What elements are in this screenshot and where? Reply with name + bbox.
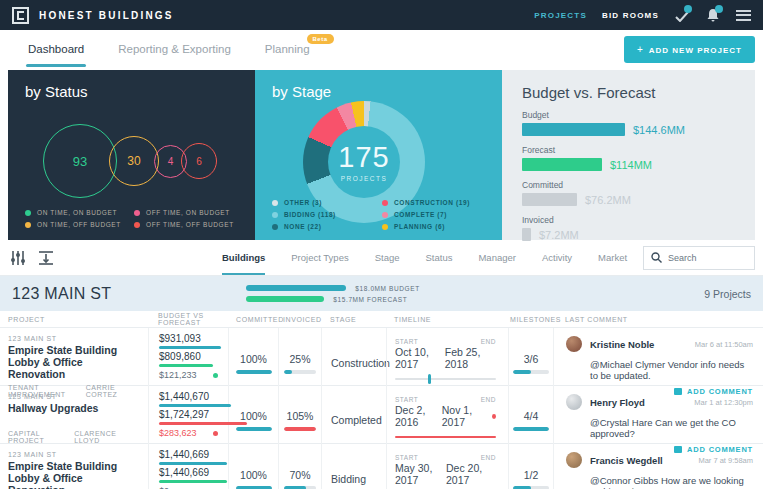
legend-item: CONSTRUCTION (19) bbox=[382, 199, 492, 206]
start-label: START bbox=[395, 396, 418, 403]
budget-vs-forecast-title: Budget vs. Forecast bbox=[522, 84, 735, 101]
sub-navigation: Dashboard Reporting & Exporting Planning… bbox=[0, 30, 763, 68]
bubble-off-time-off-budget[interactable]: 6 bbox=[181, 143, 217, 179]
avatar bbox=[566, 452, 582, 468]
col-timeline: TIMELINE bbox=[386, 316, 508, 323]
summary-panels: by Status 93 30 4 6 ON TIME, ON BUDGET O… bbox=[8, 70, 755, 240]
search-input[interactable] bbox=[668, 253, 748, 263]
project-row: 123 MAIN ST Hallway Upgrades CAPITAL PRO… bbox=[0, 386, 763, 444]
start-date: May 30, 2017 bbox=[395, 462, 446, 486]
milestones-bar bbox=[513, 370, 531, 374]
comment-timestamp: Mar 1 at 12:30pm bbox=[694, 398, 753, 407]
search-icon bbox=[651, 249, 662, 267]
tab-reporting-exporting[interactable]: Reporting & Exporting bbox=[118, 32, 231, 66]
top-navbar: HONEST BUILDINGS PROJECTS BID ROOMS bbox=[0, 0, 763, 30]
row-building: 123 MAIN ST bbox=[8, 335, 140, 342]
sliders-filter-icon[interactable] bbox=[10, 250, 26, 266]
forecast-mini-bar bbox=[159, 422, 247, 425]
budget-amount: $1,440,669 bbox=[159, 450, 218, 460]
committed-value: $76.2MM bbox=[585, 194, 631, 206]
project-manager: CLARENCE LLOYD bbox=[74, 430, 140, 444]
end-label: END bbox=[481, 338, 496, 345]
legend-dot bbox=[134, 222, 140, 228]
project-name-link[interactable]: Hallway Upgrades bbox=[8, 402, 140, 414]
comment-author[interactable]: Henry Floyd bbox=[590, 397, 645, 408]
check-tasks-icon[interactable] bbox=[674, 8, 690, 22]
honest-buildings-logo[interactable] bbox=[12, 7, 29, 24]
milestones-value: 4/4 bbox=[524, 410, 539, 422]
legend-item: OTHER (3) bbox=[272, 199, 382, 206]
tab-buildings[interactable]: Buildings bbox=[222, 240, 265, 275]
avatar bbox=[566, 394, 582, 410]
end-label: END bbox=[481, 396, 496, 403]
project-row: 123 MAIN ST Empire State Building Lobby … bbox=[0, 328, 763, 386]
comment-timestamp: Mar 7 at 9:58am bbox=[698, 456, 753, 465]
project-name-link[interactable]: Empire State Building Lobby & Office Ren… bbox=[8, 344, 140, 380]
invoiced-bar bbox=[522, 228, 531, 241]
building-budget-label: $18.0MM BUDGET bbox=[355, 285, 419, 292]
project-name-link[interactable]: Empire State Building Lobby & Office Ren… bbox=[8, 460, 140, 489]
tab-stage[interactable]: Stage bbox=[375, 240, 400, 275]
milestones-bar bbox=[513, 427, 549, 431]
budget-amount: $931,093 bbox=[159, 334, 218, 344]
total-projects-label: PROJECTS bbox=[341, 175, 388, 182]
plus-icon: + bbox=[637, 44, 644, 55]
sort-icon[interactable] bbox=[38, 250, 54, 266]
invoiced-bar bbox=[284, 370, 292, 374]
col-stage: STAGE bbox=[321, 316, 386, 323]
project-row: 123 MAIN ST Empire State Building Lobby … bbox=[0, 444, 763, 489]
legend-item: ON TIME, OFF BUDGET bbox=[25, 221, 134, 228]
menu-icon[interactable] bbox=[736, 10, 751, 21]
timeline-track bbox=[395, 436, 496, 438]
building-title[interactable]: 123 MAIN ST bbox=[12, 285, 111, 303]
comment-author[interactable]: Kristine Noble bbox=[590, 339, 654, 350]
budget-vs-forecast-panel: Budget vs. Forecast Budget $144.6MM Fore… bbox=[502, 70, 755, 240]
tab-project-types[interactable]: Project Types bbox=[291, 240, 348, 275]
tab-market[interactable]: Market bbox=[598, 240, 627, 275]
project-type: CAPITAL PROJECT bbox=[8, 430, 74, 444]
end-date: Feb 25, 2018 bbox=[445, 346, 496, 370]
end-date: Nov 1, 2017 bbox=[442, 404, 488, 428]
tab-dashboard[interactable]: Dashboard bbox=[28, 32, 84, 66]
bell-icon[interactable] bbox=[705, 8, 721, 22]
row-building: 123 MAIN ST bbox=[8, 451, 140, 458]
nav-projects[interactable]: PROJECTS bbox=[534, 11, 587, 20]
budget-bar bbox=[522, 123, 625, 136]
forecast-amount: $809,860 bbox=[159, 352, 218, 362]
milestones-value: 1/2 bbox=[524, 469, 539, 481]
committed-bar bbox=[236, 370, 272, 374]
search-box[interactable] bbox=[643, 246, 755, 270]
forecast-mini-bar bbox=[159, 480, 227, 483]
forecast-bar-label: Forecast bbox=[522, 145, 735, 155]
add-new-project-label: ADD NEW PROJECT bbox=[649, 46, 742, 55]
avatar bbox=[566, 336, 582, 352]
beta-badge: Beta bbox=[307, 34, 334, 44]
invoiced-bar bbox=[284, 427, 316, 431]
tab-planning[interactable]: Planning Beta bbox=[265, 32, 310, 66]
end-label: END bbox=[481, 454, 496, 461]
nav-bid-rooms[interactable]: BID ROOMS bbox=[602, 11, 659, 20]
forecast-amount: $1,440,669 bbox=[159, 468, 218, 478]
comment-author[interactable]: Francis Wegdell bbox=[590, 455, 663, 466]
variance-amount: $121,233 bbox=[159, 370, 197, 380]
col-project: PROJECT bbox=[0, 316, 148, 323]
legend-dot bbox=[25, 222, 31, 228]
legend-item: OFF TIME, OFF BUDGET bbox=[134, 221, 243, 228]
bubble-on-time-off-budget[interactable]: 30 bbox=[109, 136, 159, 186]
legend-item: COMPLETE (7) bbox=[382, 211, 492, 218]
budget-value: $144.6MM bbox=[633, 124, 685, 136]
by-status-title: by Status bbox=[25, 83, 238, 100]
comment-timestamp: Mar 6 at 11:50am bbox=[695, 340, 753, 349]
tab-activity[interactable]: Activity bbox=[542, 240, 572, 275]
timeline-marker bbox=[428, 374, 431, 384]
bubble-on-time-on-budget[interactable]: 93 bbox=[43, 124, 117, 198]
tab-status[interactable]: Status bbox=[426, 240, 453, 275]
add-new-project-button[interactable]: +ADD NEW PROJECT bbox=[624, 36, 755, 63]
legend-item: PLANNING (6) bbox=[382, 223, 492, 230]
tab-manager[interactable]: Manager bbox=[478, 240, 516, 275]
stage-value: Bidding bbox=[321, 444, 386, 489]
legend-dot bbox=[134, 210, 140, 216]
variance-over-indicator bbox=[213, 431, 218, 436]
legend-dot bbox=[382, 200, 388, 206]
committed-bar bbox=[236, 486, 272, 489]
